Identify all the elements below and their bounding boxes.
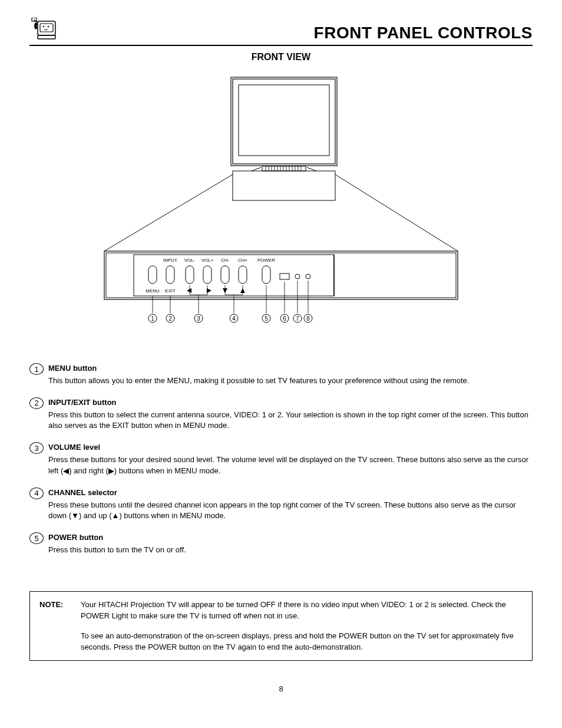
label-vol-plus: VOL+ <box>201 258 214 263</box>
subtitle: FRONT VIEW <box>29 52 533 62</box>
svg-text:8: 8 <box>306 315 310 322</box>
svg-line-24 <box>307 167 316 171</box>
svg-rect-39 <box>280 274 289 279</box>
svg-rect-1 <box>40 24 53 32</box>
label-input: INPUT <box>163 258 177 263</box>
item-number: 4 <box>29 487 44 499</box>
item-title: VOLUME level <box>48 442 533 453</box>
svg-rect-33 <box>166 266 174 284</box>
item-title: POWER button <box>48 532 533 543</box>
page-title: FRONT PANEL CONTROLS <box>314 24 533 42</box>
svg-rect-37 <box>239 266 247 284</box>
label-menu: MENU <box>146 288 160 294</box>
note-label: NOTE: <box>39 599 81 653</box>
item-number: 1 <box>29 363 44 375</box>
svg-point-3 <box>43 26 44 27</box>
svg-rect-32 <box>148 266 157 284</box>
svg-rect-25 <box>233 171 335 200</box>
arrow-left-icon <box>187 288 191 293</box>
svg-rect-35 <box>203 266 211 284</box>
item-channel-selector: 4 CHANNEL selector Press these buttons u… <box>29 487 533 522</box>
item-title: MENU button <box>48 363 533 374</box>
svg-line-23 <box>252 167 261 171</box>
item-input-exit-button: 2 INPUT/EXIT button Press this button to… <box>29 397 533 432</box>
svg-text:3: 3 <box>197 315 200 322</box>
item-number: 2 <box>29 397 44 409</box>
label-power: POWER <box>257 258 275 263</box>
svg-point-4 <box>48 26 49 27</box>
svg-rect-2 <box>38 35 55 39</box>
front-view-diagram: INPUT VOL- VOL+ CH- CH+ POWER MENU <box>29 74 533 328</box>
page-number: 8 <box>29 684 533 693</box>
item-desc: Press this button to select the current … <box>48 410 533 432</box>
item-number: 5 <box>29 532 44 544</box>
item-desc: Press these buttons for your desired sou… <box>48 454 533 477</box>
item-volume-level: 3 VOLUME level Press these buttons for y… <box>29 442 533 477</box>
item-desc: Press these buttons until the desired ch… <box>48 500 533 522</box>
header: FRONT PANEL CONTROLS <box>29 18 533 46</box>
svg-text:7: 7 <box>296 315 299 322</box>
item-title: CHANNEL selector <box>48 487 533 499</box>
svg-text:5: 5 <box>265 315 268 322</box>
tv-mascot-icon <box>29 18 59 42</box>
item-menu-button: 1 MENU button This button allows you to … <box>29 363 533 387</box>
item-desc: This button allows you to enter the MENU… <box>48 375 533 387</box>
note-para-2: To see an auto-demonstration of the on-s… <box>81 630 523 653</box>
page: FRONT PANEL CONTROLS FRONT VIEW <box>0 0 562 717</box>
label-vol-minus: VOL- <box>184 258 196 263</box>
note-text: Your HITACHI Projection TV will appear t… <box>81 599 523 653</box>
note-para-1: Your HITACHI Projection TV will appear t… <box>81 599 523 622</box>
control-descriptions: 1 MENU button This button allows you to … <box>29 363 533 556</box>
svg-rect-7 <box>233 79 335 164</box>
label-ch-plus: CH+ <box>238 258 248 263</box>
item-number: 3 <box>29 442 44 454</box>
note-box: NOTE: Your HITACHI Projection TV will ap… <box>29 591 533 661</box>
svg-point-41 <box>306 274 310 279</box>
svg-point-40 <box>295 274 300 279</box>
item-desc: Press this button to turn the TV on or o… <box>48 545 533 556</box>
label-exit: EXIT <box>165 288 176 294</box>
svg-text:2: 2 <box>168 315 172 322</box>
svg-rect-38 <box>262 266 270 284</box>
svg-line-26 <box>104 174 233 251</box>
item-power-button: 5 POWER button Press this button to turn… <box>29 532 533 556</box>
svg-text:1: 1 <box>151 315 154 322</box>
svg-rect-8 <box>239 85 329 156</box>
svg-text:4: 4 <box>232 315 236 322</box>
svg-rect-6 <box>231 77 337 166</box>
label-ch-minus: CH- <box>221 258 230 263</box>
item-title: INPUT/EXIT button <box>48 397 533 409</box>
svg-rect-36 <box>221 266 229 284</box>
svg-text:6: 6 <box>283 315 286 322</box>
svg-line-27 <box>335 174 458 251</box>
svg-rect-34 <box>186 266 194 284</box>
